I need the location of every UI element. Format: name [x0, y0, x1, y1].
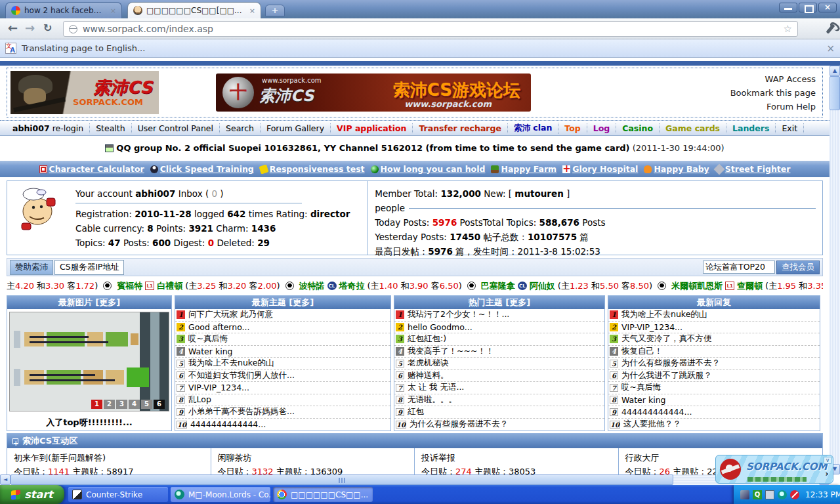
team-link[interactable]: 米爾頓凱恩斯 — [671, 280, 723, 292]
quick-link-hold[interactable]: How long you can hold — [371, 164, 486, 174]
qq-icon[interactable]: Q — [753, 490, 762, 499]
list-item[interactable]: 4Water king — [175, 346, 390, 358]
team-link[interactable]: 巴塞隆拿 — [481, 280, 515, 292]
horizontal-scrollbar[interactable]: ◄ ► — [0, 474, 830, 485]
nav-item[interactable]: abhi007 re-login — [7, 123, 90, 133]
list-item[interactable]: 6赌神送料。 — [394, 370, 604, 383]
list-item[interactable]: 10为什么有些服务器进不去？ — [394, 419, 604, 431]
bookmark-page-link[interactable]: Bookmark this page — [730, 86, 816, 100]
pagination-button[interactable]: 3 — [116, 400, 127, 409]
corner-ad-widget[interactable]: SORPACK.COM v › — [715, 455, 833, 484]
blocked-icon[interactable] — [790, 490, 799, 499]
nav-item[interactable]: VIP application — [331, 123, 413, 133]
server-ip-tab[interactable]: CS服务器IP地址 — [54, 260, 124, 275]
list-item[interactable]: 104444444444444... — [175, 419, 390, 431]
interactive-section-header[interactable]: 索沛CS互动区 — [7, 434, 822, 448]
nav-item[interactable]: Top — [558, 123, 587, 133]
forward-button[interactable]: → — [25, 21, 35, 35]
hot-topics-header[interactable]: 热门主题 [更多] — [394, 296, 604, 309]
back-button[interactable]: ← — [8, 21, 18, 35]
browser-tab-2-active[interactable]: □□□□□□CS□□[□□... × — [127, 2, 261, 18]
forum-name-link[interactable]: 投诉举报 — [421, 451, 612, 465]
list-item[interactable]: 2hello Goodmo... — [394, 322, 604, 334]
nav-item[interactable]: Log — [587, 123, 617, 133]
widget-collapse-button[interactable]: v — [824, 457, 831, 464]
quick-link-note[interactable]: Responsiveness test — [260, 164, 365, 174]
scroll-up-button[interactable]: ▲ — [830, 66, 840, 76]
nav-item[interactable]: Search — [220, 123, 261, 133]
list-item[interactable]: 8无语啦。。。 — [394, 394, 604, 407]
list-item[interactable]: 8Water king — [608, 394, 820, 407]
tab-close-icon[interactable]: × — [110, 7, 116, 15]
list-item[interactable]: 3哎~真后悔 — [175, 333, 390, 346]
team-link[interactable]: 阿仙奴 — [530, 280, 555, 292]
vertical-scrollbar[interactable]: ▲ ▼ — [830, 66, 840, 474]
team-link[interactable]: 查爾頓 — [737, 280, 763, 292]
nav-item[interactable]: Casino — [616, 123, 660, 133]
messenger-icon[interactable] — [778, 490, 787, 499]
latest-image-thumbnail[interactable]: 123456 — [9, 312, 169, 411]
vertical-scroll-thumb[interactable] — [830, 76, 840, 110]
infobar-close-icon[interactable]: × — [826, 43, 835, 54]
forum-name-link[interactable]: 初来乍到(新手问题解答) — [14, 451, 204, 465]
nav-item[interactable]: Exit — [776, 123, 804, 133]
forum-help-link[interactable]: Forum Help — [730, 100, 816, 114]
site-logo[interactable]: 索沛CS SORPACK.COM — [10, 71, 159, 114]
list-item[interactable]: 7哎~真后悔 — [608, 382, 820, 394]
browser-tab-1[interactable]: how 2 hack facebook acco... × — [5, 2, 122, 18]
announcement-line[interactable]: QQ group No. 2 official Suopei 101632861… — [0, 143, 830, 155]
expand-icon[interactable] — [12, 438, 18, 444]
quick-link-hosp[interactable]: Glory Hospital — [562, 164, 638, 174]
widget-next-button[interactable]: › — [822, 469, 831, 479]
list-item[interactable]: 3天气又变冷了，真不方便 — [608, 333, 820, 346]
close-button[interactable]: × — [818, 3, 837, 12]
list-item[interactable]: 6为什么我进不了跳跃服？ — [608, 370, 820, 383]
pagination-button[interactable]: 1 — [91, 400, 102, 409]
team-link[interactable]: 塔奇拉 — [339, 280, 365, 292]
wrench-menu-icon[interactable] — [826, 24, 835, 33]
list-item[interactable]: 1问下广大玩家 此乃何意 — [175, 309, 390, 322]
member-search-input[interactable] — [703, 261, 775, 274]
restore-button[interactable] — [799, 3, 817, 12]
find-member-button[interactable]: 查找会员 — [776, 261, 820, 274]
latest-topics-header[interactable]: 最新主题 [更多] — [175, 296, 390, 309]
list-item[interactable]: 1我为啥上不去nuke的山 — [608, 309, 820, 322]
team-link[interactable]: 白禮頓 — [157, 280, 182, 292]
quick-link-baby[interactable]: Happy Baby — [644, 164, 709, 174]
forum-name-link[interactable]: 闲聊茶坊 — [218, 451, 408, 465]
list-item[interactable]: 9小弟弟千萬不要告訴媽媽爸... — [175, 406, 390, 419]
list-item[interactable]: 5为什么有些服务器进不去？ — [608, 358, 820, 370]
pagination-button[interactable]: 4 — [129, 400, 140, 409]
list-item[interactable]: 9紅包 — [394, 406, 604, 419]
list-item[interactable]: 7太 让 我 无语... — [394, 382, 604, 394]
quick-link-farm[interactable]: Happy Farm — [491, 164, 556, 174]
nav-item[interactable]: Forum Gallery — [261, 123, 331, 133]
list-item[interactable]: 8乱Lop — [175, 394, 390, 407]
list-item[interactable]: 1我玷污了2个少女！~！！... — [394, 309, 604, 322]
list-item[interactable]: 9444444444444... — [608, 406, 820, 419]
list-item[interactable]: 4我变高手了！~~~！！ — [394, 346, 604, 358]
taskbar-button[interactable]: Counter-Strike — [68, 487, 168, 502]
list-item[interactable]: 5老虎机秘诀 — [394, 358, 604, 370]
wap-access-link[interactable]: WAP Access — [730, 72, 816, 86]
reload-button[interactable]: ↻ — [43, 22, 52, 34]
horizontal-scroll-thumb[interactable] — [10, 474, 673, 485]
list-item[interactable]: 7VIP-VIP_1234... — [175, 382, 390, 394]
sponsor-tab[interactable]: 赞助索沛 — [10, 260, 53, 275]
team-link[interactable]: 波特諾 — [299, 280, 325, 292]
list-item[interactable]: 5我为啥上不去nuke的山 — [175, 358, 390, 370]
quick-link-sf[interactable]: Street Fighter — [715, 164, 791, 174]
pagination-button[interactable]: 6 — [154, 400, 165, 409]
taskbar-button[interactable]: M□-Moon.Lords - Co... — [171, 487, 270, 502]
nav-item[interactable]: Stealth — [90, 123, 131, 133]
nav-item[interactable]: Landers — [726, 123, 776, 133]
nav-item[interactable]: User Control Panel — [132, 123, 220, 133]
address-bar[interactable]: www.sorpack.com/index.asp ☆ — [63, 21, 798, 37]
app-icon[interactable] — [740, 490, 749, 499]
list-item[interactable]: 10这人要批他？？ — [608, 419, 820, 431]
bookmark-star-icon[interactable]: ☆ — [784, 23, 792, 35]
list-item[interactable]: 3紅包紅包:) — [394, 333, 604, 346]
latest-replies-header[interactable]: 最新回复 — [608, 296, 820, 309]
quick-link-calc[interactable]: Character Calculator — [39, 164, 144, 174]
list-item[interactable]: 2Good afterno... — [175, 322, 390, 334]
